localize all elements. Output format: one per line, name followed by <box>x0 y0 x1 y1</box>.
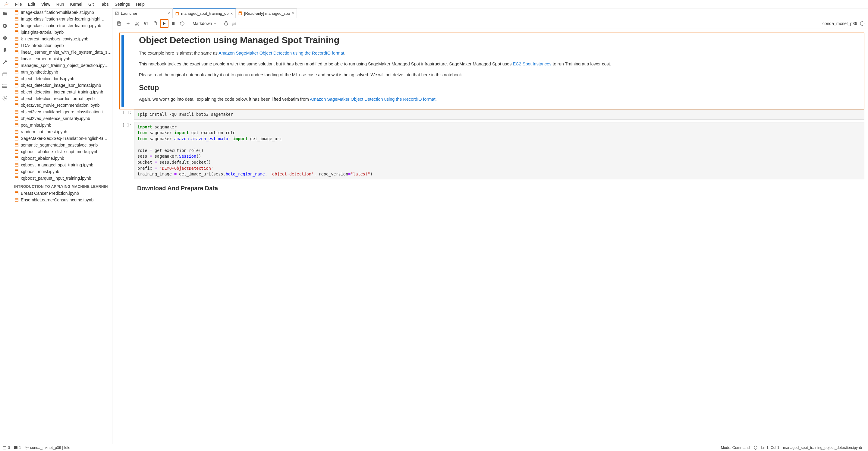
code-cell[interactable]: [ ]: !pip install -qU awscli boto3 sagem… <box>116 110 864 120</box>
close-icon[interactable]: × <box>292 11 294 16</box>
file-item[interactable]: ntm_synthetic.ipynb <box>10 69 112 76</box>
svg-rect-34 <box>16 78 18 78</box>
cell-type-selector[interactable]: Markdown <box>191 21 219 27</box>
svg-rect-44 <box>16 111 18 111</box>
notebook-icon <box>14 198 19 202</box>
file-item[interactable]: LDA-Introduction.ipynb <box>10 42 112 49</box>
link[interactable]: EC2 Spot Instances <box>513 61 551 66</box>
file-item[interactable]: Image-classification-multilabel-lst.ipyn… <box>10 9 112 16</box>
save-button[interactable] <box>115 19 123 28</box>
close-icon[interactable]: × <box>167 11 170 16</box>
file-item[interactable]: xgboost_abalone_dist_script_mode.ipynb <box>10 148 112 155</box>
close-icon[interactable]: × <box>230 11 233 16</box>
file-item[interactable]: object_detection_image_json_format.ipynb <box>10 82 112 89</box>
terminals-count[interactable]: 1 <box>13 446 21 450</box>
trusted-icon[interactable] <box>753 446 758 450</box>
toc-icon[interactable] <box>2 83 8 89</box>
file-item[interactable]: Breast Cancer Prediction.ipynb <box>10 190 112 197</box>
wrench-icon[interactable] <box>2 59 8 65</box>
stop-button[interactable] <box>169 19 178 28</box>
menu-file[interactable]: File <box>12 1 25 8</box>
file-item[interactable]: object_detection_recordio_format.ipynb <box>10 95 112 102</box>
file-item[interactable]: xgboost_managed_spot_training.ipynb <box>10 161 112 168</box>
commands-icon[interactable] <box>2 47 8 53</box>
file-item[interactable]: Image-classification-transfer-learning.i… <box>10 22 112 29</box>
file-item[interactable]: xgboost_mnist.ipynb <box>10 168 112 175</box>
notebook-icon <box>14 90 19 94</box>
kernel-status[interactable]: conda_mxnet_p36 | Idle <box>25 446 70 450</box>
svg-rect-38 <box>16 91 18 91</box>
svg-rect-16 <box>16 18 18 19</box>
paste-button[interactable] <box>151 19 159 28</box>
file-item[interactable]: Image-classification-transfer-learning-h… <box>10 16 112 22</box>
jupyter-logo[interactable] <box>3 1 10 8</box>
svg-rect-90 <box>3 447 6 449</box>
file-item[interactable]: xgboost_abalone.ipynb <box>10 155 112 161</box>
svg-rect-75 <box>118 24 120 25</box>
tab-launcher[interactable]: Launcher× <box>113 8 173 18</box>
filename[interactable]: managed_spot_training_object_detection.i… <box>783 446 862 450</box>
menu-run[interactable]: Run <box>53 1 67 8</box>
cell-collapse-bar[interactable] <box>121 35 124 107</box>
tab-managed-spot-training-ob[interactable]: managed_spot_training_ob× <box>173 8 236 18</box>
file-item[interactable]: SageMaker-Seq2Seq-Translation-English-G… <box>10 135 112 142</box>
code-cell[interactable]: [ ]: import sagemaker from sagemaker imp… <box>116 122 864 179</box>
file-item[interactable]: ipinsights-tutorial.ipynb <box>10 29 112 36</box>
menu-tabs[interactable]: Tabs <box>97 1 112 8</box>
menu-edit[interactable]: Edit <box>25 1 38 8</box>
cell-type-label: Markdown <box>193 21 212 26</box>
file-item[interactable]: EnsembleLearnerCensusIncome.ipynb <box>10 197 112 203</box>
file-item[interactable]: linear_learner_mnist.ipynb <box>10 56 112 62</box>
cut-button[interactable] <box>133 19 141 28</box>
file-item[interactable]: object_detection_birds.ipynb <box>10 76 112 82</box>
tabs-icon[interactable] <box>2 71 8 77</box>
notebook-icon <box>14 176 19 181</box>
menu-git[interactable]: Git <box>85 1 97 8</box>
file-item[interactable]: k_nearest_neighbors_covtype.ipynb <box>10 36 112 42</box>
markdown-cell[interactable]: Object Detection using Managed Spot Trai… <box>119 33 864 110</box>
link[interactable]: Amazon SageMaker Object Detection using … <box>310 97 435 101</box>
git-toolbar-button[interactable]: git <box>231 19 238 28</box>
svg-point-9 <box>3 85 3 85</box>
copy-button[interactable] <box>142 19 150 28</box>
restart-button[interactable] <box>178 19 187 28</box>
file-item[interactable]: random_cut_forest.ipynb <box>10 128 112 135</box>
cursor-position[interactable]: Ln 1, Col 1 <box>761 446 779 450</box>
svg-point-0 <box>6 2 7 3</box>
svg-rect-46 <box>16 117 18 118</box>
folder-icon[interactable] <box>2 11 8 17</box>
file-item[interactable]: xgboost_parquet_input_training.ipynb <box>10 175 112 181</box>
link[interactable]: Amazon SageMaker Object Detection using … <box>218 51 344 56</box>
svg-rect-50 <box>16 130 18 131</box>
file-item[interactable]: object2vec_multilabel_genre_classificati… <box>10 109 112 115</box>
run-button[interactable] <box>160 19 168 28</box>
menu-help[interactable]: Help <box>133 1 148 8</box>
file-item[interactable]: object_detection_incremental_training.ip… <box>10 89 112 95</box>
code-input[interactable]: !pip install -qU awscli boto3 sagemaker <box>134 110 864 120</box>
git-icon[interactable] <box>2 35 8 41</box>
kernel-name[interactable]: conda_mxnet_p36 <box>823 21 857 26</box>
tab--read-only-managed-spo[interactable]: [Read-only] managed_spo× <box>236 8 297 18</box>
paragraph: This notebook tackles the exact same pro… <box>139 61 859 67</box>
svg-rect-82 <box>145 23 148 25</box>
file-item[interactable]: pca_mnist.ipynb <box>10 122 112 128</box>
mode-indicator[interactable]: Mode: Command <box>721 446 750 450</box>
file-item[interactable]: managed_spot_training_object_detection.i… <box>10 62 112 69</box>
menu-view[interactable]: View <box>38 1 53 8</box>
file-item[interactable]: object2vec_sentence_similarity.ipynb <box>10 115 112 122</box>
code-input[interactable]: import sagemaker from sagemaker import g… <box>134 122 864 179</box>
timer-icon[interactable] <box>222 19 230 28</box>
file-item[interactable]: linear_learner_mnist_with_file_system_da… <box>10 49 112 56</box>
add-cell-button[interactable] <box>124 19 132 28</box>
menu-kernel[interactable]: Kernel <box>67 1 85 8</box>
menu-settings[interactable]: Settings <box>112 1 133 8</box>
open-tabs-count[interactable]: 0 <box>2 446 10 450</box>
svg-rect-86 <box>172 22 175 24</box>
notebook-content[interactable]: Object Detection using Managed Spot Trai… <box>113 29 868 444</box>
extension-icon[interactable] <box>2 95 8 101</box>
kernel-status-icon[interactable] <box>860 22 864 26</box>
file-item[interactable]: object2vec_movie_recommendation.ipynb <box>10 102 112 109</box>
running-icon[interactable] <box>2 23 8 29</box>
file-item[interactable]: semantic_segmentation_pascalvoc.ipynb <box>10 142 112 148</box>
markdown-cell[interactable]: Download And Prepare Data <box>116 185 864 192</box>
